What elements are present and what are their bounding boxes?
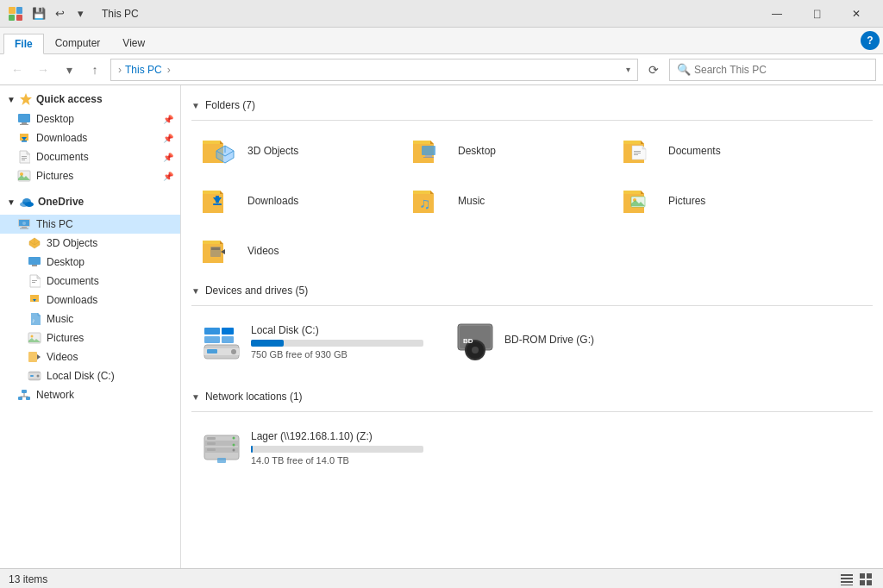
svg-rect-32 — [30, 375, 34, 377]
svg-point-73 — [233, 437, 235, 440]
drives-section-header[interactable]: ▼ Devices and drives (5) — [191, 285, 873, 297]
sidebar-item-thispc[interactable]: This PC — [0, 215, 180, 234]
svg-rect-19 — [22, 227, 27, 228]
sidebar-item-pictures-pc[interactable]: Pictures — [0, 328, 180, 347]
sidebar-item-3dobjects[interactable]: 3D Objects — [0, 234, 180, 253]
main-layout: ▼ Quick access Desktop 📌 Downloads 📌 Doc… — [0, 85, 883, 568]
qat-dropdown[interactable]: ▾ — [71, 4, 90, 23]
documents-icon — [17, 150, 31, 164]
address-path[interactable]: › This PC › ▾ — [110, 59, 638, 81]
search-box[interactable]: 🔍 — [669, 59, 876, 81]
breadcrumb-thispc[interactable]: This PC — [125, 64, 162, 76]
3dobjects-sidebar-label: 3D Objects — [47, 237, 97, 249]
status-bar: 13 items — [0, 568, 883, 588]
address-bar: ← → ▾ ↑ › This PC › ▾ ⟳ 🔍 — [0, 54, 883, 85]
sidebar-item-pictures-quick[interactable]: Pictures 📌 — [0, 166, 180, 185]
svg-text:♫: ♫ — [419, 195, 431, 212]
sidebar-item-music-pc[interactable]: ♪ Music — [0, 310, 180, 328]
forward-button[interactable]: → — [33, 59, 53, 80]
folder-item-documents[interactable]: Documents — [612, 128, 819, 174]
svg-text:♪: ♪ — [32, 317, 35, 323]
svg-rect-22 — [28, 257, 41, 265]
svg-point-21 — [22, 222, 26, 225]
sidebar-item-desktop-pc[interactable]: Desktop — [0, 253, 180, 272]
qat-undo[interactable]: ↩ — [50, 4, 69, 23]
sidebar-item-localdisk[interactable]: Local Disk (C:) — [0, 366, 180, 385]
svg-point-33 — [37, 375, 40, 378]
localdisk-sidebar-icon — [28, 369, 41, 383]
onedrive-icon — [19, 197, 34, 207]
documents-sidebar-icon — [28, 274, 41, 288]
svg-point-75 — [233, 449, 235, 452]
maximize-button[interactable]: ⎕ — [797, 0, 836, 28]
folder-item-videos[interactable]: Videos — [191, 228, 398, 274]
bdrom-name: BD-ROM Drive (G:) — [504, 334, 686, 346]
3dobjects-folder-icon — [199, 134, 241, 168]
svg-rect-79 — [841, 581, 853, 583]
folder-item-desktop[interactable]: Desktop — [402, 128, 609, 174]
svg-rect-11 — [22, 160, 25, 160]
svg-point-16 — [22, 198, 31, 205]
tab-computer[interactable]: Computer — [44, 33, 112, 53]
details-view-button[interactable] — [838, 571, 855, 588]
svg-rect-43 — [634, 151, 641, 152]
sidebar-item-downloads-pc[interactable]: Downloads — [0, 291, 180, 310]
title-bar: 💾 ↩ ▾ This PC — ⎕ ✕ — [0, 0, 883, 28]
drive-item-g[interactable]: BD BD-ROM Drive (G:) — [445, 313, 695, 370]
svg-rect-47 — [216, 196, 219, 203]
qat-save[interactable]: 💾 — [29, 4, 48, 23]
svg-rect-5 — [18, 114, 30, 122]
sidebar-documents-quick-label: Documents — [36, 151, 89, 163]
folder-item-3dobjects[interactable]: 3D Objects — [191, 128, 398, 174]
svg-point-65 — [472, 347, 479, 353]
network-item-lager[interactable]: Lager (\\192.168.1.10) (Z:) 14.0 TB free… — [191, 419, 442, 476]
sidebar-item-documents-pc[interactable]: Documents — [0, 272, 180, 291]
folder-item-downloads[interactable]: Downloads — [191, 178, 398, 224]
network-chevron: ▼ — [191, 392, 200, 402]
desktop-icon — [17, 112, 31, 126]
folders-section-header[interactable]: ▼ Folders (7) — [191, 99, 873, 111]
sidebar-item-documents-quick[interactable]: Documents 📌 — [0, 147, 180, 166]
app-icon — [7, 5, 24, 22]
tab-view[interactable]: View — [111, 33, 156, 53]
minimize-button[interactable]: — — [757, 0, 797, 28]
music-folder-icon: ♫ — [410, 184, 451, 218]
svg-rect-40 — [422, 146, 435, 155]
up-button[interactable]: ↑ — [85, 59, 105, 80]
path-dropdown-icon[interactable]: ▾ — [626, 65, 630, 74]
videos-sidebar-label: Videos — [47, 351, 78, 363]
nas-icon — [201, 427, 242, 468]
folder-item-music[interactable]: ♫ Music — [402, 178, 609, 224]
bdrom-info: BD-ROM Drive (G:) — [504, 334, 686, 349]
svg-rect-81 — [860, 573, 865, 579]
localdisk-bar-fill — [251, 340, 284, 347]
sidebar-onedrive-header[interactable]: ▼ OneDrive — [0, 192, 180, 211]
tab-file[interactable]: File — [3, 34, 44, 54]
sidebar-item-videos-pc[interactable]: Videos — [0, 347, 180, 366]
downloads-sidebar-icon — [28, 293, 41, 307]
search-input[interactable] — [694, 64, 858, 76]
close-button[interactable]: ✕ — [836, 0, 876, 28]
recent-locations-button[interactable]: ▾ — [59, 59, 79, 80]
breadcrumb-arrow: › — [167, 64, 171, 76]
svg-rect-9 — [22, 156, 27, 157]
help-button[interactable]: ? — [861, 31, 880, 50]
svg-rect-0 — [9, 7, 16, 14]
svg-rect-10 — [22, 158, 27, 159]
sidebar-item-desktop[interactable]: Desktop 📌 — [0, 109, 180, 128]
back-button[interactable]: ← — [7, 59, 28, 80]
drive-item-c[interactable]: Local Disk (C:) 750 GB free of 930 GB — [191, 313, 442, 370]
sidebar-item-downloads-quick[interactable]: Downloads 📌 — [0, 128, 180, 147]
sidebar-quick-access-header[interactable]: ▼ Quick access — [0, 89, 180, 109]
tiles-view-button[interactable] — [857, 571, 874, 588]
network-section-header[interactable]: ▼ Network locations (1) — [191, 391, 873, 403]
nas-name: Lager (\\192.168.1.10) (Z:) — [251, 430, 432, 442]
svg-rect-76 — [217, 458, 226, 463]
network-list: Lager (\\192.168.1.10) (Z:) 14.0 TB free… — [191, 419, 873, 476]
svg-rect-7 — [20, 124, 28, 125]
folder-item-pictures[interactable]: Pictures — [612, 178, 819, 224]
search-icon: 🔍 — [677, 63, 691, 76]
videos-sidebar-icon — [28, 350, 41, 364]
refresh-button[interactable]: ⟳ — [643, 59, 664, 80]
sidebar-item-network[interactable]: Network — [0, 385, 180, 404]
